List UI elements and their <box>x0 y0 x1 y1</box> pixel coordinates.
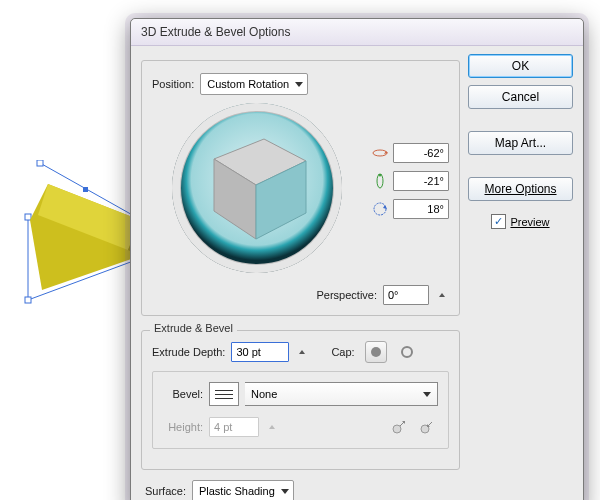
svg-rect-4 <box>25 214 31 220</box>
rotate-y-input[interactable]: -21° <box>393 171 449 191</box>
bevel-out-button[interactable] <box>416 416 438 438</box>
svg-point-18 <box>371 347 381 357</box>
surface-label: Surface: <box>145 485 186 497</box>
bevel-height-input: 4 pt <box>209 417 259 437</box>
svg-rect-0 <box>37 160 43 166</box>
surface-value: Plastic Shading <box>199 485 275 497</box>
cancel-button[interactable]: Cancel <box>468 85 573 109</box>
preview-cube-icon <box>206 131 316 249</box>
perspective-label: Perspective: <box>316 289 377 301</box>
map-art-button[interactable]: Map Art... <box>468 131 573 155</box>
rotate-x-icon[interactable] <box>371 144 389 162</box>
svg-marker-7 <box>38 184 140 250</box>
dialog-title: 3D Extrude & Bevel Options <box>141 25 290 39</box>
dialog-titlebar[interactable]: 3D Extrude & Bevel Options <box>131 19 583 46</box>
bevel-shape-picker[interactable] <box>209 382 239 406</box>
extrude-depth-label: Extrude Depth: <box>152 346 225 358</box>
position-dropdown[interactable]: Custom Rotation <box>200 73 308 95</box>
svg-point-16 <box>374 203 386 215</box>
bevel-label: Bevel: <box>163 388 203 400</box>
rotate-y-icon[interactable] <box>371 172 389 190</box>
rotation-trackball[interactable] <box>172 103 342 273</box>
rotate-z-icon[interactable] <box>371 200 389 218</box>
chevron-down-icon <box>281 489 289 494</box>
position-group: Position: Custom Rotation <box>141 60 460 316</box>
checkbox-checked-icon: ✓ <box>491 214 506 229</box>
svg-marker-17 <box>383 205 387 209</box>
svg-marker-6 <box>30 184 140 290</box>
svg-marker-15 <box>378 174 382 177</box>
rotate-z-input[interactable]: 18° <box>393 199 449 219</box>
svg-rect-3 <box>25 297 31 303</box>
cap-label: Cap: <box>331 346 354 358</box>
dialog-3d-extrude: 3D Extrude & Bevel Options Position: Cus… <box>130 18 584 500</box>
svg-point-20 <box>393 425 401 433</box>
extrude-bevel-group: Extrude & Bevel Extrude Depth: 30 pt Cap… <box>141 330 460 470</box>
bevel-subgroup: Bevel: None Height: 4 pt <box>152 371 449 449</box>
bevel-height-label: Height: <box>163 421 203 433</box>
perspective-input[interactable]: 0° <box>383 285 429 305</box>
preview-checkbox[interactable]: ✓ Preview <box>468 214 573 229</box>
bevel-value: None <box>251 388 277 400</box>
bevel-in-button[interactable] <box>388 416 410 438</box>
extrude-legend: Extrude & Bevel <box>150 322 237 334</box>
more-options-button[interactable]: More Options <box>468 177 573 201</box>
perspective-stepper[interactable] <box>435 285 449 305</box>
surface-dropdown[interactable]: Plastic Shading <box>192 480 294 500</box>
rotate-x-input[interactable]: -62° <box>393 143 449 163</box>
svg-point-19 <box>402 347 412 357</box>
svg-rect-5 <box>83 187 88 192</box>
cap-solid-button[interactable] <box>365 341 387 363</box>
position-value: Custom Rotation <box>207 78 289 90</box>
extrude-depth-input[interactable]: 30 pt <box>231 342 289 362</box>
extrude-depth-stepper[interactable] <box>295 342 309 362</box>
cap-hollow-button[interactable] <box>397 342 417 362</box>
chevron-down-icon <box>423 392 431 397</box>
ok-button[interactable]: OK <box>468 54 573 78</box>
position-label: Position: <box>152 78 194 90</box>
preview-label: Preview <box>510 216 549 228</box>
bevel-height-stepper <box>265 417 279 437</box>
bevel-dropdown[interactable]: None <box>245 382 438 406</box>
chevron-down-icon <box>295 82 303 87</box>
